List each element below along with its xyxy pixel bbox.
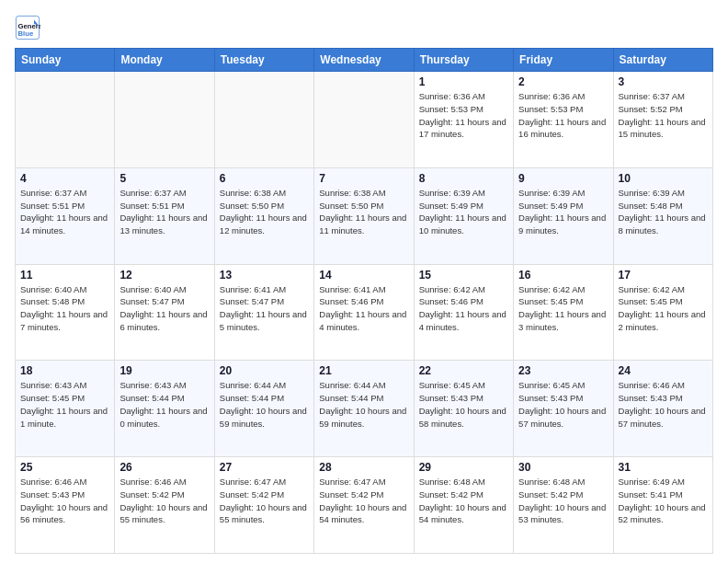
- calendar-cell: 15Sunrise: 6:42 AMSunset: 5:46 PMDayligh…: [414, 264, 513, 361]
- calendar-cell: 11Sunrise: 6:40 AMSunset: 5:48 PMDayligh…: [16, 264, 115, 361]
- col-header-monday: Monday: [115, 49, 214, 72]
- col-header-tuesday: Tuesday: [214, 49, 313, 72]
- day-number: 4: [20, 172, 109, 185]
- day-number: 6: [220, 172, 309, 185]
- calendar-cell: 13Sunrise: 6:41 AMSunset: 5:47 PMDayligh…: [214, 264, 313, 361]
- day-info: Sunrise: 6:44 AMSunset: 5:44 PMDaylight:…: [220, 379, 309, 430]
- day-info: Sunrise: 6:48 AMSunset: 5:42 PMDaylight:…: [419, 476, 508, 526]
- day-number: 20: [220, 364, 309, 377]
- day-number: 19: [119, 364, 209, 377]
- calendar-cell: 17Sunrise: 6:42 AMSunset: 5:45 PMDayligh…: [613, 264, 712, 361]
- day-number: 24: [619, 364, 708, 377]
- calendar-cell: [214, 72, 313, 168]
- calendar-cell: 16Sunrise: 6:42 AMSunset: 5:45 PMDayligh…: [514, 264, 613, 361]
- day-number: 26: [119, 461, 209, 474]
- col-header-wednesday: Wednesday: [314, 49, 414, 72]
- day-info: Sunrise: 6:38 AMSunset: 5:50 PMDaylight:…: [220, 187, 309, 237]
- calendar-cell: 19Sunrise: 6:43 AMSunset: 5:44 PMDayligh…: [115, 361, 214, 457]
- calendar-cell: 3Sunrise: 6:37 AMSunset: 5:52 PMDaylight…: [613, 72, 712, 168]
- calendar-table: SundayMondayTuesdayWednesdayThursdayFrid…: [15, 48, 713, 554]
- day-info: Sunrise: 6:39 AMSunset: 5:49 PMDaylight:…: [518, 187, 608, 237]
- day-number: 23: [518, 364, 608, 377]
- day-info: Sunrise: 6:45 AMSunset: 5:43 PMDaylight:…: [518, 379, 608, 430]
- day-info: Sunrise: 6:36 AMSunset: 5:53 PMDaylight:…: [518, 90, 608, 141]
- col-header-thursday: Thursday: [414, 49, 513, 72]
- day-info: Sunrise: 6:40 AMSunset: 5:48 PMDaylight:…: [20, 283, 109, 334]
- calendar-cell: 6Sunrise: 6:38 AMSunset: 5:50 PMDaylight…: [214, 167, 313, 264]
- day-info: Sunrise: 6:39 AMSunset: 5:49 PMDaylight:…: [419, 187, 508, 237]
- calendar-cell: 10Sunrise: 6:39 AMSunset: 5:48 PMDayligh…: [613, 167, 712, 264]
- calendar-cell: [16, 72, 115, 168]
- calendar-cell: 7Sunrise: 6:38 AMSunset: 5:50 PMDaylight…: [314, 167, 414, 264]
- day-info: Sunrise: 6:49 AMSunset: 5:41 PMDaylight:…: [619, 476, 708, 526]
- calendar-cell: 31Sunrise: 6:49 AMSunset: 5:41 PMDayligh…: [613, 457, 712, 554]
- calendar-cell: 27Sunrise: 6:47 AMSunset: 5:42 PMDayligh…: [214, 457, 313, 554]
- day-number: 11: [20, 269, 109, 282]
- day-info: Sunrise: 6:37 AMSunset: 5:51 PMDaylight:…: [119, 187, 209, 237]
- day-info: Sunrise: 6:46 AMSunset: 5:42 PMDaylight:…: [119, 476, 209, 526]
- calendar-cell: 24Sunrise: 6:46 AMSunset: 5:43 PMDayligh…: [613, 361, 712, 457]
- day-info: Sunrise: 6:40 AMSunset: 5:47 PMDaylight:…: [119, 283, 209, 334]
- day-info: Sunrise: 6:43 AMSunset: 5:45 PMDaylight:…: [20, 379, 109, 430]
- day-number: 2: [518, 75, 608, 88]
- day-info: Sunrise: 6:47 AMSunset: 5:42 PMDaylight:…: [220, 476, 309, 526]
- svg-text:Blue: Blue: [18, 29, 34, 38]
- day-info: Sunrise: 6:42 AMSunset: 5:45 PMDaylight:…: [619, 283, 708, 334]
- col-header-friday: Friday: [514, 49, 613, 72]
- day-info: Sunrise: 6:44 AMSunset: 5:44 PMDaylight:…: [319, 379, 408, 430]
- day-info: Sunrise: 6:36 AMSunset: 5:53 PMDaylight:…: [419, 90, 508, 141]
- day-info: Sunrise: 6:47 AMSunset: 5:42 PMDaylight:…: [319, 476, 408, 526]
- day-number: 10: [619, 172, 708, 185]
- calendar-cell: 23Sunrise: 6:45 AMSunset: 5:43 PMDayligh…: [514, 361, 613, 457]
- day-number: 29: [419, 461, 508, 474]
- day-number: 27: [220, 461, 309, 474]
- calendar-cell: [115, 72, 214, 168]
- day-number: 30: [518, 461, 608, 474]
- day-number: 1: [419, 75, 508, 88]
- day-number: 17: [619, 269, 708, 282]
- logo-icon: General Blue: [15, 15, 40, 40]
- page: General Blue SundayMondayTuesdayWednesda…: [0, 0, 728, 563]
- day-number: 15: [419, 269, 508, 282]
- day-number: 25: [20, 461, 109, 474]
- day-number: 12: [119, 269, 209, 282]
- calendar-cell: 20Sunrise: 6:44 AMSunset: 5:44 PMDayligh…: [214, 361, 313, 457]
- calendar-cell: [314, 72, 414, 168]
- calendar-cell: 30Sunrise: 6:48 AMSunset: 5:42 PMDayligh…: [514, 457, 613, 554]
- day-info: Sunrise: 6:42 AMSunset: 5:46 PMDaylight:…: [419, 283, 508, 334]
- day-info: Sunrise: 6:41 AMSunset: 5:46 PMDaylight:…: [319, 283, 408, 334]
- day-number: 7: [319, 172, 408, 185]
- day-number: 21: [319, 364, 408, 377]
- day-info: Sunrise: 6:42 AMSunset: 5:45 PMDaylight:…: [518, 283, 608, 334]
- calendar-cell: 29Sunrise: 6:48 AMSunset: 5:42 PMDayligh…: [414, 457, 513, 554]
- calendar-cell: 4Sunrise: 6:37 AMSunset: 5:51 PMDaylight…: [16, 167, 115, 264]
- day-number: 22: [419, 364, 508, 377]
- day-number: 8: [419, 172, 508, 185]
- calendar-cell: 28Sunrise: 6:47 AMSunset: 5:42 PMDayligh…: [314, 457, 414, 554]
- day-number: 5: [119, 172, 209, 185]
- day-info: Sunrise: 6:37 AMSunset: 5:51 PMDaylight:…: [20, 187, 109, 237]
- col-header-saturday: Saturday: [613, 49, 712, 72]
- calendar-cell: 14Sunrise: 6:41 AMSunset: 5:46 PMDayligh…: [314, 264, 414, 361]
- calendar-cell: 25Sunrise: 6:46 AMSunset: 5:43 PMDayligh…: [16, 457, 115, 554]
- day-info: Sunrise: 6:45 AMSunset: 5:43 PMDaylight:…: [419, 379, 508, 430]
- calendar-cell: 1Sunrise: 6:36 AMSunset: 5:53 PMDaylight…: [414, 72, 513, 168]
- day-info: Sunrise: 6:46 AMSunset: 5:43 PMDaylight:…: [619, 379, 708, 430]
- calendar-cell: 2Sunrise: 6:36 AMSunset: 5:53 PMDaylight…: [514, 72, 613, 168]
- calendar-cell: 12Sunrise: 6:40 AMSunset: 5:47 PMDayligh…: [115, 264, 214, 361]
- calendar-cell: 21Sunrise: 6:44 AMSunset: 5:44 PMDayligh…: [314, 361, 414, 457]
- header: General Blue: [15, 15, 713, 40]
- day-number: 3: [619, 75, 708, 88]
- calendar-cell: 5Sunrise: 6:37 AMSunset: 5:51 PMDaylight…: [115, 167, 214, 264]
- calendar-cell: 26Sunrise: 6:46 AMSunset: 5:42 PMDayligh…: [115, 457, 214, 554]
- day-number: 13: [220, 269, 309, 282]
- day-number: 9: [518, 172, 608, 185]
- day-number: 18: [20, 364, 109, 377]
- day-info: Sunrise: 6:48 AMSunset: 5:42 PMDaylight:…: [518, 476, 608, 526]
- day-number: 14: [319, 269, 408, 282]
- day-info: Sunrise: 6:46 AMSunset: 5:43 PMDaylight:…: [20, 476, 109, 526]
- day-number: 16: [518, 269, 608, 282]
- calendar-cell: 22Sunrise: 6:45 AMSunset: 5:43 PMDayligh…: [414, 361, 513, 457]
- col-header-sunday: Sunday: [16, 49, 115, 72]
- day-info: Sunrise: 6:41 AMSunset: 5:47 PMDaylight:…: [220, 283, 309, 334]
